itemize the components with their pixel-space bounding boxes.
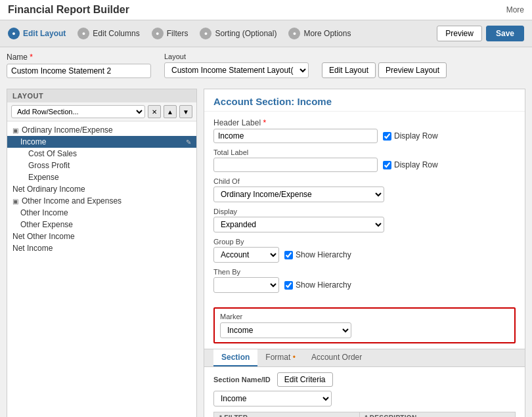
tree-label-costofsales: Cost Of Sales <box>28 149 77 158</box>
add-row-select[interactable]: Add Row/Section... <box>11 105 145 118</box>
marker-label: Marker <box>220 313 509 320</box>
header-label-label: Header Label * <box>213 118 516 127</box>
tree-item-expense[interactable]: Expense <box>7 171 196 183</box>
header-label-input[interactable] <box>213 129 378 143</box>
layout-btn-group: Edit Layout Preview Layout <box>322 62 447 78</box>
tree-label-otherincome-section: Other Income and Expenses <box>22 196 122 206</box>
wizard-actions: Preview Save <box>437 26 524 41</box>
wizard-step-circle-4: ● <box>200 28 211 39</box>
toggle-ordinary: ▣ <box>12 127 19 134</box>
section-name-row: Section Name/ID Edit Criteria <box>213 372 516 387</box>
section-name-select[interactable]: Income <box>213 391 332 406</box>
filter-col-header: * FILTER <box>214 412 360 418</box>
wizard-step-label-5: More Options <box>303 29 351 38</box>
total-label-input-row: Display Row <box>213 158 516 172</box>
tree-item-otherincome-section[interactable]: ▣ Other Income and Expenses <box>7 195 196 207</box>
section-name-id-label: Section Name/ID <box>213 376 271 384</box>
preview-layout-button[interactable]: Preview Layout <box>378 62 447 78</box>
move-down-btn[interactable]: ▼ <box>179 105 192 118</box>
tree-label-otherincome: Other Income <box>20 208 68 217</box>
child-of-select[interactable]: Ordinary Income/Expense <box>213 187 384 202</box>
name-group: Name * <box>7 53 151 78</box>
header-display-row-checkbox[interactable] <box>383 132 391 141</box>
section-name-area: Section Name/ID Edit Criteria Income * F… <box>204 367 525 417</box>
tree-container: ▣ Ordinary Income/Expense Income ✎ Cost … <box>7 121 196 257</box>
tree-item-netincome[interactable]: Net Income <box>7 242 196 254</box>
tabs-bar: Section Format • Account Order <box>204 349 525 367</box>
wizard-bar: ● Edit Layout ● Edit Columns ● Filters ●… <box>0 20 532 47</box>
preview-button[interactable]: Preview <box>437 26 482 41</box>
total-label-input[interactable] <box>213 158 378 172</box>
tree-item-costofsales[interactable]: Cost Of Sales <box>7 148 196 160</box>
then-by-show-hierarchy-label: Show Hierarchy <box>284 280 351 290</box>
group-by-show-hierarchy-checkbox[interactable] <box>284 251 293 259</box>
tree-item-grossprofit[interactable]: Gross Profit <box>7 160 196 171</box>
edit-layout-button[interactable]: Edit Layout <box>322 62 376 78</box>
tree-label-income: Income <box>20 137 46 146</box>
total-label-label: Total Label <box>213 148 516 156</box>
tree-item-income[interactable]: Income ✎ <box>7 136 196 148</box>
tree-label-otherexpense: Other Expense <box>20 220 73 229</box>
marker-select[interactable]: Income <box>220 322 351 338</box>
child-of-row: Child Of Ordinary Income/Expense <box>213 177 516 202</box>
main-content: LAYOUT Add Row/Section... ✕ ▲ ▼ ▣ Ordina… <box>0 82 532 417</box>
layout-select[interactable]: Custom Income Statement Layout(US) <box>164 62 309 78</box>
wizard-step-label-1: Edit Layout <box>23 29 66 38</box>
tree-label-grossprofit: Gross Profit <box>28 161 70 170</box>
tree-item-netordinary[interactable]: Net Ordinary Income <box>7 183 196 195</box>
group-by-select[interactable]: Account <box>213 247 279 263</box>
toggle-otherincome: ▣ <box>12 198 19 205</box>
section-form: Header Label * Display Row Total Label <box>204 112 525 305</box>
edit-criteria-button[interactable]: Edit Criteria <box>277 372 333 387</box>
wizard-step-more-options[interactable]: ● More Options <box>288 28 351 39</box>
then-by-select[interactable] <box>213 277 279 293</box>
tree-label-netincome: Net Income <box>12 244 53 253</box>
wizard-step-edit-columns[interactable]: ● Edit Columns <box>78 28 139 39</box>
left-panel: LAYOUT Add Row/Section... ✕ ▲ ▼ ▣ Ordina… <box>7 89 197 417</box>
child-of-label: Child Of <box>213 177 516 185</box>
more-link[interactable]: More <box>506 5 524 14</box>
layout-group: Layout Custom Income Statement Layout(US… <box>164 53 309 78</box>
wizard-step-circle-5: ● <box>288 28 300 39</box>
edit-icon-income: ✎ <box>186 139 191 146</box>
wizard-step-sorting[interactable]: ● Sorting (Optional) <box>200 28 277 39</box>
tree-item-otherexpense[interactable]: Other Expense <box>7 219 196 230</box>
top-bar: Financial Report Builder More <box>0 0 532 20</box>
display-row: Display Expanded <box>213 208 516 232</box>
wizard-step-circle-3: ● <box>152 28 164 39</box>
tree-item-ordinary[interactable]: ▣ Ordinary Income/Expense <box>7 124 196 136</box>
tree-item-netotherincome[interactable]: Net Other Income <box>7 230 196 242</box>
then-by-show-hierarchy-checkbox[interactable] <box>284 281 293 290</box>
layout-label: Layout <box>164 53 309 60</box>
description-col-header: * DESCRIPTION <box>359 412 515 418</box>
total-display-row-checkbox[interactable] <box>383 161 391 169</box>
name-input[interactable] <box>7 64 151 78</box>
save-button[interactable]: Save <box>486 26 524 41</box>
group-by-show-hierarchy-label: Show Hierarchy <box>284 250 351 259</box>
tab-format[interactable]: Format • <box>257 349 303 366</box>
wizard-step-label-4: Sorting (Optional) <box>215 29 277 38</box>
filter-table: * FILTER * DESCRIPTION Account Type is I… <box>213 412 516 417</box>
section-title: Account Section: Income <box>204 89 525 112</box>
tree-label-netordinary: Net Ordinary Income <box>12 185 85 194</box>
tree-label-netotherincome: Net Other Income <box>12 232 75 241</box>
right-panel: Account Section: Income Header Label * D… <box>204 89 525 417</box>
delete-btn[interactable]: ✕ <box>148 105 161 118</box>
tree-label-expense: Expense <box>28 173 59 182</box>
display-select[interactable]: Expanded <box>213 217 384 232</box>
group-by-input-row: Account Show Hierarchy <box>213 247 516 263</box>
wizard-step-edit-layout[interactable]: ● Edit Layout <box>8 28 66 39</box>
then-by-label: Then By <box>213 268 516 276</box>
move-up-btn[interactable]: ▲ <box>164 105 177 118</box>
marker-section: Marker Income <box>213 307 516 343</box>
group-by-label: Group By <box>213 238 516 246</box>
tab-section[interactable]: Section <box>213 349 257 366</box>
header-label-row: Header Label * Display Row <box>213 118 516 143</box>
tree-item-otherincome[interactable]: Other Income <box>7 207 196 219</box>
wizard-step-label-2: Edit Columns <box>93 29 139 38</box>
tab-account-order[interactable]: Account Order <box>303 349 370 366</box>
page-title: Financial Report Builder <box>8 4 129 16</box>
wizard-step-filters[interactable]: ● Filters <box>152 28 188 39</box>
name-label: Name * <box>7 53 151 62</box>
total-display-row-label: Display Row <box>383 160 438 169</box>
